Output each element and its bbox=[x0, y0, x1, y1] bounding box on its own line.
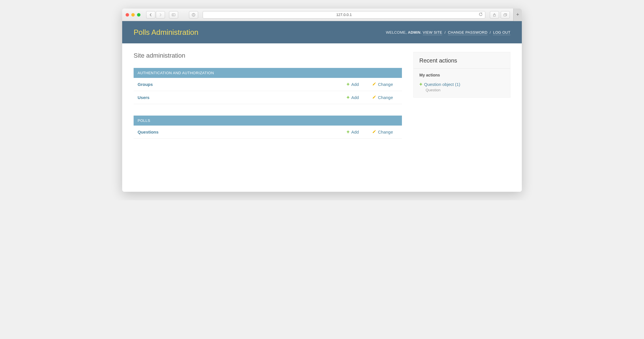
model-row-groups: Groups + Add Change bbox=[134, 78, 402, 91]
model-link[interactable]: Users bbox=[138, 95, 347, 100]
add-label: Add bbox=[351, 82, 359, 87]
site-title[interactable]: Polls Administration bbox=[134, 28, 198, 37]
address-bar[interactable]: 127.0.0.1 bbox=[203, 11, 485, 19]
recent-actions-panel: Recent actions My actions + Question obj… bbox=[413, 52, 510, 98]
admin-body: Site administration AUTHENTICATION AND A… bbox=[122, 43, 522, 192]
sidebar-heading: Recent actions bbox=[414, 52, 510, 68]
admin-header: Polls Administration WELCOME, ADMIN. VIE… bbox=[122, 21, 522, 43]
close-window-button[interactable] bbox=[126, 13, 129, 17]
plus-icon: + bbox=[419, 81, 422, 87]
pencil-icon bbox=[372, 95, 376, 100]
view-site-link[interactable]: VIEW SITE bbox=[423, 30, 442, 35]
maximize-window-button[interactable] bbox=[137, 13, 140, 17]
plus-icon: + bbox=[347, 94, 350, 100]
url-text: 127.0.0.1 bbox=[336, 13, 352, 17]
add-link[interactable]: + Add bbox=[347, 94, 372, 100]
add-label: Add bbox=[351, 130, 359, 134]
separator: / bbox=[444, 30, 446, 35]
sidebar-toggle-button[interactable] bbox=[169, 11, 178, 19]
model-link[interactable]: Groups bbox=[138, 82, 347, 87]
share-icon bbox=[493, 13, 496, 17]
pencil-icon bbox=[372, 130, 376, 134]
model-row-questions: Questions + Add Change bbox=[134, 126, 402, 139]
change-label: Change bbox=[378, 130, 393, 134]
change-link[interactable]: Change bbox=[372, 95, 398, 100]
plus-icon: + bbox=[347, 81, 350, 87]
tabs-icon bbox=[504, 13, 507, 17]
recent-action-item: + Question object (1) Question bbox=[414, 80, 510, 97]
add-link[interactable]: + Add bbox=[347, 81, 372, 87]
sidebar-icon bbox=[172, 13, 175, 17]
model-row-users: Users + Add Change bbox=[134, 91, 402, 104]
change-link[interactable]: Change bbox=[372, 130, 398, 134]
reload-icon bbox=[479, 12, 483, 16]
model-link[interactable]: Questions bbox=[138, 130, 347, 134]
chevron-right-icon bbox=[159, 13, 162, 17]
logout-link[interactable]: LOG OUT bbox=[493, 30, 510, 35]
change-password-link[interactable]: CHANGE PASSWORD bbox=[448, 30, 488, 35]
forward-button[interactable] bbox=[156, 11, 165, 19]
pencil-icon bbox=[372, 82, 376, 87]
svg-rect-0 bbox=[172, 14, 175, 16]
share-button[interactable] bbox=[490, 11, 499, 19]
welcome-text: WELCOME, bbox=[386, 30, 407, 35]
sidebar-subheading: My actions bbox=[414, 69, 510, 80]
recent-action-meta: Question bbox=[426, 88, 504, 92]
recent-action-link[interactable]: Question object (1) bbox=[424, 82, 460, 87]
browser-window: 127.0.0.1 + Polls Administration WELCOME… bbox=[122, 9, 522, 192]
info-icon bbox=[192, 13, 195, 17]
change-label: Change bbox=[378, 82, 393, 87]
minimize-window-button[interactable] bbox=[131, 13, 135, 17]
user-tools: WELCOME, ADMIN. VIEW SITE / CHANGE PASSW… bbox=[386, 30, 510, 35]
module-header: AUTHENTICATION AND AUTHORIZATION bbox=[134, 68, 402, 78]
window-controls bbox=[126, 13, 140, 17]
module-polls: POLLS Questions + Add Change bbox=[134, 116, 402, 139]
reader-info-button[interactable] bbox=[189, 11, 198, 19]
plus-icon: + bbox=[347, 129, 350, 135]
change-label: Change bbox=[378, 95, 393, 100]
reload-button[interactable] bbox=[479, 12, 483, 17]
page-heading: Site administration bbox=[134, 52, 402, 59]
browser-toolbar: 127.0.0.1 + bbox=[122, 9, 522, 21]
chevron-left-icon bbox=[149, 13, 152, 17]
separator: / bbox=[490, 30, 491, 35]
svg-rect-6 bbox=[504, 14, 506, 16]
change-link[interactable]: Change bbox=[372, 82, 398, 87]
svg-point-3 bbox=[193, 14, 194, 14]
tabs-button[interactable] bbox=[501, 11, 510, 19]
add-label: Add bbox=[351, 95, 359, 100]
add-link[interactable]: + Add bbox=[347, 129, 372, 135]
username: ADMIN bbox=[408, 30, 420, 35]
main-column: Site administration AUTHENTICATION AND A… bbox=[134, 52, 402, 175]
module-header: POLLS bbox=[134, 116, 402, 126]
new-tab-button[interactable]: + bbox=[513, 9, 522, 21]
module-auth: AUTHENTICATION AND AUTHORIZATION Groups … bbox=[134, 68, 402, 104]
back-button[interactable] bbox=[146, 11, 155, 19]
